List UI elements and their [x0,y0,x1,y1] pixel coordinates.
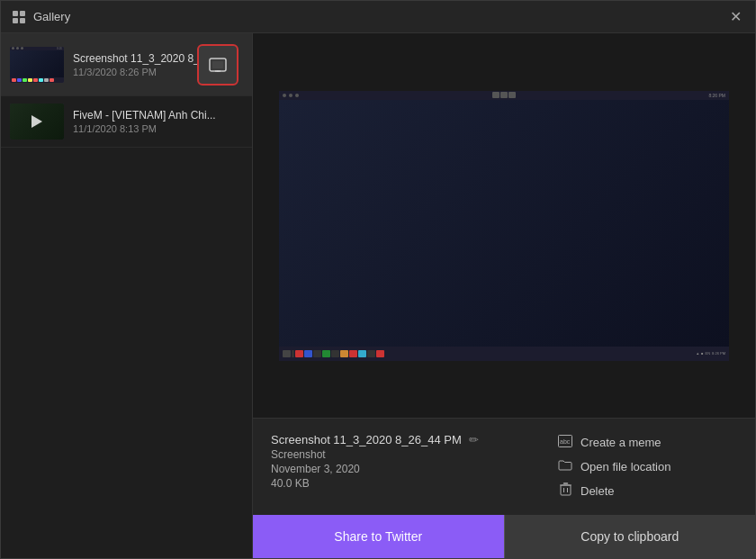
sidebar: 8:26 [1,33,253,558]
gallery-item-1[interactable]: 8:26 [1,33,252,96]
preview-desktop [279,100,729,347]
preview-image-area: 8:26 PM [253,33,755,418]
preview-time: 8:26 PM [708,93,725,98]
info-type: Screenshot [271,448,479,461]
sidebar-selected-area: 8:26 [1,33,252,96]
open-file-location-action[interactable]: Open file location [557,457,670,475]
delete-label: Delete [580,484,615,498]
info-row: Screenshot 11_3_2020 8_26_44 PM ✏ Screen… [271,433,737,500]
gallery-window: Gallery ✕ [0,0,756,559]
title-bar-left: Gallery [12,10,70,24]
info-filename-row: Screenshot 11_3_2020 8_26_44 PM ✏ [271,433,479,446]
folder-icon [557,459,573,473]
share-twitter-button[interactable]: Share to Twitter [253,515,504,558]
preview-taskbar: ▲ ■ EN 8:26 PM [279,347,729,361]
window-title: Gallery [33,10,70,23]
pencil-icon: ✏ [469,433,479,446]
gallery-app-icon [12,10,26,24]
trash-icon [557,482,573,499]
item-info-2: FiveM - [VIETNAM] Anh Chi... 11/1/2020 8… [73,109,216,134]
item-date-2: 11/1/2020 8:13 PM [73,123,216,134]
delete-action[interactable]: Delete [557,481,615,500]
item-name-2: FiveM - [VIETNAM] Anh Chi... [73,109,216,122]
bottom-buttons: Share to Twitter Copy to clipboard [253,515,755,558]
copy-clipboard-button[interactable]: Copy to clipboard [504,515,756,558]
gallery-item-2[interactable]: FiveM - [VIETNAM] Anh Chi... 11/1/2020 8… [1,96,252,148]
svg-rect-3 [20,18,25,23]
svg-rect-0 [13,11,18,16]
edit-filename-button[interactable]: ✏ [469,433,479,446]
svg-text:abc: abc [560,438,571,445]
info-panel: Screenshot 11_3_2020 8_26_44 PM ✏ Screen… [253,418,755,515]
open-file-location-label: Open file location [580,460,670,473]
preview-top-bar: 8:26 PM [279,91,729,100]
create-meme-icon: abc [557,435,573,450]
screenshot-thumb-1: 8:26 [10,47,64,83]
svg-rect-1 [20,11,25,16]
main-content: 8:26 [1,33,755,558]
svg-rect-5 [212,61,223,68]
svg-rect-10 [561,485,571,495]
info-left: Screenshot 11_3_2020 8_26_44 PM ✏ Screen… [271,433,479,490]
info-size: 40.0 KB [271,477,479,490]
title-bar: Gallery ✕ [1,1,755,33]
svg-rect-2 [13,18,18,23]
info-filename: Screenshot 11_3_2020 8_26_44 PM [271,433,462,446]
preview-area: 8:26 PM [253,33,755,558]
item-thumbnail-1: 8:26 [10,47,64,83]
create-meme-action[interactable]: abc Create a meme [557,433,662,452]
selected-screenshot-icon [197,44,238,86]
info-right: abc Create a meme Open file loc [557,433,737,500]
item-thumbnail-2 [10,104,64,140]
video-thumb-2 [10,104,64,140]
create-meme-label: Create a meme [580,436,662,449]
close-button[interactable]: ✕ [726,8,744,26]
screenshot-preview: 8:26 PM [279,91,729,361]
info-date: November 3, 2020 [271,463,479,475]
